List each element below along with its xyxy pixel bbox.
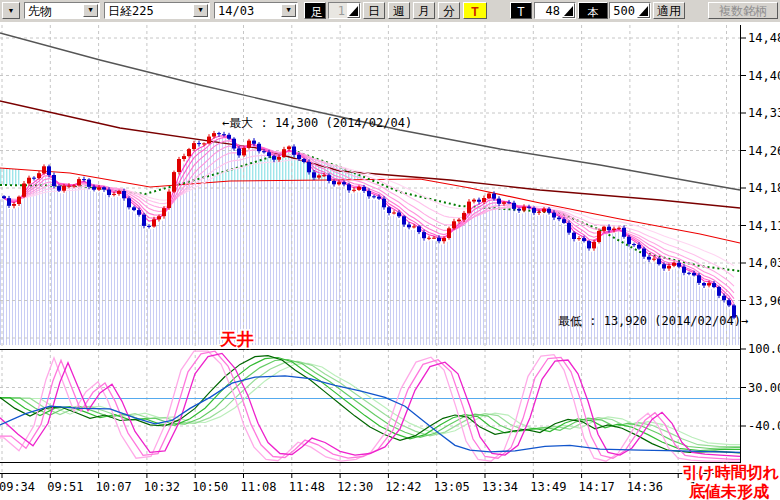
spinner-triangle-icon	[639, 6, 648, 16]
price-axis-label: 14,260	[748, 144, 780, 158]
bars-count-value: 500	[613, 3, 635, 19]
price-axis-label: 14,480	[748, 31, 780, 45]
symbol-value: 日経225	[108, 3, 154, 19]
no-bottom-annotation: 底値未形成	[688, 482, 769, 500]
bar-interval-field[interactable]: 1	[328, 2, 361, 19]
chart-svg[interactable]: 14,48014,40514,33514,26014,18514,11014,0…	[0, 0, 780, 500]
spinner-button[interactable]	[562, 3, 575, 18]
tick-toggle-button[interactable]: T	[463, 2, 487, 19]
session-low-annotation: 最低 : 13,920 (2014/02/04)→	[558, 314, 748, 328]
history-dropdown-button[interactable]: ▼	[2, 2, 20, 19]
contract-value: 14/03	[218, 3, 254, 19]
oscillator-panel	[0, 350, 740, 463]
chart-app: ▼ 先物 ▼ 日経225 ▼ 14/03 ▼ 足 1 日 週 月 分 T T 4…	[0, 0, 780, 500]
time-axis-label: 10:07	[96, 480, 132, 494]
apply-button[interactable]: 適用	[653, 2, 685, 19]
period-month-button[interactable]: 月	[413, 2, 435, 19]
price-axis-label: 14,335	[748, 106, 780, 120]
time-axis-label: 12:42	[385, 480, 421, 494]
price-axis-label: 14,035	[748, 256, 780, 270]
time-axis-label: 10:32	[144, 480, 180, 494]
chevron-down-icon: ▼	[3, 5, 19, 16]
period-day-button[interactable]: 日	[363, 2, 385, 19]
time-axis-label: 14:17	[579, 480, 615, 494]
close-timeout-annotation: 引け時間切れ	[682, 463, 779, 482]
bars-label-button[interactable]: 本数	[578, 2, 608, 19]
time-axis-label: 14:36	[627, 480, 663, 494]
time-axis-label: 13:49	[530, 480, 566, 494]
bar-interval-value: 1	[338, 3, 345, 19]
toolbar: ▼ 先物 ▼ 日経225 ▼ 14/03 ▼ 足 1 日 週 月 分 T T 4…	[0, 0, 780, 22]
time-axis-label: 09:51	[47, 480, 83, 494]
spinner-triangle-icon	[564, 6, 573, 16]
osc-axis-label: 100.00	[748, 342, 780, 356]
time-axis-label: 09:34	[0, 480, 35, 494]
time-axis-label: 13:05	[434, 480, 470, 494]
time-axis-label: 11:48	[289, 480, 325, 494]
symbol-combobox[interactable]: 日経225 ▼	[104, 2, 210, 19]
period-minute-button[interactable]: 分	[438, 2, 460, 19]
tick-label-button[interactable]: T	[510, 2, 532, 19]
spinner-button[interactable]	[347, 3, 360, 18]
period-week-button[interactable]: 週	[388, 2, 410, 19]
chevron-down-icon[interactable]: ▼	[281, 4, 296, 17]
osc-axis-label: -40.00	[748, 419, 780, 433]
spinner-triangle-icon	[349, 6, 358, 16]
session-high-annotation: ←最大 : 14,300 (2014/02/04)	[222, 116, 412, 130]
chevron-down-icon[interactable]: ▼	[83, 4, 98, 17]
time-axis-label: 12:30	[337, 480, 373, 494]
chevron-down-icon[interactable]: ▼	[193, 4, 208, 17]
osc-axis-label: 30.00	[748, 381, 780, 395]
price-axis-label: 14,185	[748, 181, 780, 195]
spinner-button[interactable]	[637, 3, 650, 18]
instrument-combobox[interactable]: 先物 ▼	[24, 2, 100, 19]
price-axis-label: 13,960	[748, 294, 780, 308]
ceiling-annotation: 天井	[219, 329, 254, 349]
contract-month-combobox[interactable]: 14/03 ▼	[214, 2, 298, 19]
time-axis-label: 10:50	[192, 480, 228, 494]
instrument-value: 先物	[28, 3, 52, 19]
price-axis-label: 14,405	[748, 69, 780, 83]
price-axis-label: 14,110	[748, 219, 780, 233]
tick-count-value: 48	[546, 3, 560, 19]
bars-count-field[interactable]: 500	[609, 2, 651, 19]
time-axis-label: 13:34	[482, 480, 518, 494]
time-axis-label: 11:08	[240, 480, 276, 494]
bar-type-button[interactable]: 足	[304, 2, 326, 19]
multi-symbol-button: 複数銘柄	[708, 2, 778, 19]
tick-count-field[interactable]: 48	[534, 2, 576, 19]
